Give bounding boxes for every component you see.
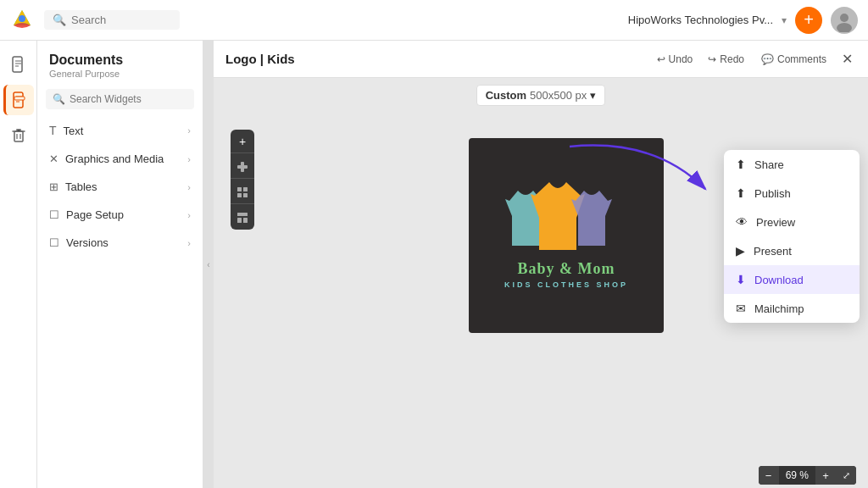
zoom-handle-button[interactable]	[231, 155, 254, 179]
chevron-icon-graphics: ›	[187, 154, 191, 164]
zoom-bar: − 69 % + ⤢	[759, 466, 856, 485]
svg-rect-14	[237, 193, 242, 197]
sidebar-icon-edit[interactable]	[3, 85, 34, 115]
tables-icon: ⊞	[49, 180, 58, 193]
dropdown-item-preview[interactable]: 👁 Preview	[724, 208, 860, 236]
sidebar-subtitle: General Purpose	[49, 69, 191, 79]
sidebar-item-tables[interactable]: ⊞ Tables ›	[37, 173, 203, 201]
svg-rect-11	[241, 162, 244, 172]
search-bar[interactable]: 🔍	[44, 10, 180, 30]
sidebar-item-graphics[interactable]: ✕ Graphics and Media ›	[37, 145, 203, 173]
doc-title: Logo | Kids	[225, 52, 295, 66]
undo-button[interactable]: ↩ Undo	[652, 50, 698, 69]
logo-subtitle: KIDS CLOTHES SHOP	[504, 280, 628, 289]
zoom-value: 69 %	[779, 469, 815, 481]
sidebar-item-page-setup[interactable]: ☐ Page Setup ›	[37, 201, 203, 229]
sidebar-search-icon: 🔍	[53, 93, 65, 105]
zoom-grid-button[interactable]	[231, 180, 254, 204]
svg-rect-16	[237, 213, 248, 216]
size-custom-label: Custom	[486, 89, 526, 102]
comments-button[interactable]: 💬 Comments	[754, 50, 833, 69]
size-dims: 500x500 px	[530, 89, 587, 102]
sidebar-label-page-setup: Page Setup	[66, 208, 124, 221]
dropdown-item-publish[interactable]: ⬆ Publish	[724, 179, 860, 208]
chevron-icon-tables: ›	[187, 182, 191, 192]
graphics-icon: ✕	[49, 152, 58, 165]
sidebar-label-tables: Tables	[65, 180, 97, 193]
dropdown-label-publish: Publish	[754, 187, 791, 200]
dropdown-menu: ⬆ Share ⬆ Publish 👁 Preview ▶ Present ⬇	[724, 150, 860, 323]
sidebar-search-input[interactable]	[70, 93, 171, 105]
chevron-icon-page-setup: ›	[187, 210, 191, 220]
redo-icon: ↪	[708, 53, 716, 65]
svg-rect-7	[14, 131, 23, 141]
shirts-graphic	[498, 182, 634, 258]
svg-rect-15	[243, 193, 248, 197]
company-name: HipoWorks Technologies Pv...	[628, 14, 773, 26]
sidebar-item-text[interactable]: T Text ›	[37, 116, 203, 145]
comments-label: Comments	[777, 53, 826, 65]
sidebar-label-versions: Versions	[66, 236, 108, 249]
chevron-icon-text: ›	[187, 125, 191, 136]
sidebar-item-versions[interactable]: ☐ Versions ›	[37, 229, 203, 257]
sidebar-icon-trash[interactable]	[3, 120, 34, 151]
logo-canvas: Baby & Mom KIDS CLOTHES SHOP	[469, 138, 664, 333]
zoom-decrease-button[interactable]: −	[759, 466, 779, 485]
dropdown-label-preview: Preview	[756, 216, 795, 229]
toolbar-actions: ↩ Undo ↪ Redo 💬 Comments ✕	[652, 47, 856, 70]
zoom-layout-button[interactable]	[231, 206, 254, 230]
dropdown-item-download[interactable]: ⬇ Download	[724, 265, 860, 294]
preview-icon: 👁	[736, 215, 748, 229]
svg-rect-18	[243, 218, 248, 223]
canvas-workspace: +	[214, 113, 868, 463]
dropdown-item-share[interactable]: ⬆ Share	[724, 150, 860, 179]
share-icon: ⬆	[736, 158, 746, 171]
undo-icon: ↩	[657, 53, 665, 65]
close-button[interactable]: ✕	[838, 47, 856, 70]
redo-label: Redo	[720, 53, 744, 65]
svg-rect-17	[237, 218, 242, 223]
svg-point-2	[840, 14, 849, 22]
sidebar-header: Documents General Purpose	[37, 41, 203, 80]
zoom-in-button[interactable]: +	[231, 130, 254, 153]
svg-point-3	[837, 23, 852, 32]
sidebar-icon-doc[interactable]	[3, 49, 34, 80]
dropdown-label-download: Download	[754, 274, 804, 286]
sidebar-search[interactable]: 🔍	[46, 89, 194, 109]
size-bar: Custom 500x500 px ▾	[214, 78, 868, 113]
size-selector[interactable]: Custom 500x500 px ▾	[476, 85, 606, 106]
page-setup-icon: ☐	[49, 208, 59, 221]
download-icon: ⬇	[736, 273, 746, 286]
bottom-bar: − 69 % + ⤢	[214, 463, 868, 488]
search-input[interactable]	[71, 14, 164, 26]
dropdown-item-present[interactable]: ▶ Present	[724, 236, 860, 265]
avatar-button[interactable]	[831, 7, 858, 34]
company-chevron[interactable]: ▾	[782, 14, 787, 26]
widgets-sidebar: Documents General Purpose 🔍 T Text › ✕ G…	[37, 41, 203, 488]
dropdown-item-mailchimp[interactable]: ✉ Mailchimp	[724, 294, 860, 323]
canvas-area: Logo | Kids ↩ Undo ↪ Redo 💬 Comments ✕	[214, 41, 868, 488]
comments-icon: 💬	[761, 53, 774, 65]
svg-rect-4	[13, 57, 22, 72]
logo-title: Baby & Mom	[504, 260, 628, 278]
redo-button[interactable]: ↪ Redo	[703, 50, 749, 69]
size-chevron: ▾	[590, 89, 596, 102]
dropdown-label-present: Present	[754, 245, 792, 258]
zoom-controls: +	[231, 130, 254, 230]
svg-rect-12	[237, 187, 242, 191]
top-nav: 🔍 HipoWorks Technologies Pv... ▾ +	[0, 0, 868, 41]
svg-point-1	[19, 15, 25, 22]
undo-label: Undo	[669, 53, 693, 65]
mailchimp-icon: ✉	[736, 302, 746, 315]
zoom-expand-button[interactable]: ⤢	[836, 466, 856, 485]
main-layout: Documents General Purpose 🔍 T Text › ✕ G…	[0, 41, 868, 488]
zoom-increase-button[interactable]: +	[815, 466, 836, 485]
sidebar-collapse[interactable]: ‹	[203, 41, 214, 488]
dropdown-label-mailchimp: Mailchimp	[754, 302, 804, 315]
sidebar-label-graphics: Graphics and Media	[65, 152, 164, 165]
add-button[interactable]: +	[795, 7, 822, 34]
svg-rect-13	[243, 187, 248, 191]
search-icon: 🔍	[53, 14, 66, 26]
chevron-icon-versions: ›	[187, 238, 191, 248]
app-logo[interactable]	[10, 7, 34, 33]
